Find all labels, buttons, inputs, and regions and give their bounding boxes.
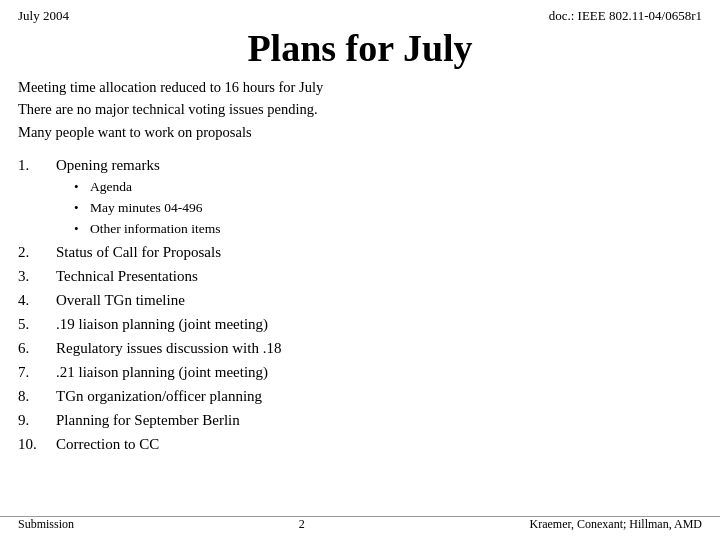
sub-list-item: • Other information items (74, 219, 702, 240)
intro-text: Meeting time allocation reduced to 16 ho… (0, 76, 720, 143)
list-text-5: .19 liaison planning (joint meeting) (56, 312, 702, 336)
sub-list-item: • May minutes 04-496 (74, 198, 702, 219)
list-num-8: 8. (18, 384, 56, 408)
footer: Submission 2 Kraemer, Conexant; Hillman,… (0, 516, 720, 532)
intro-line3: Many people want to work on proposals (18, 121, 702, 143)
list-text-1: Opening remarks • Agenda • May minutes 0… (56, 153, 702, 240)
footer-page: 2 (299, 517, 305, 532)
list-item: 10. Correction to CC (18, 432, 702, 456)
list-item: 1. Opening remarks • Agenda • May minute… (18, 153, 702, 240)
list-text-7: .21 liaison planning (joint meeting) (56, 360, 702, 384)
list-item: 2. Status of Call for Proposals (18, 240, 702, 264)
list-text-6: Regulatory issues discussion with .18 (56, 336, 702, 360)
list-num-6: 6. (18, 336, 56, 360)
list-text-3: Technical Presentations (56, 264, 702, 288)
list-text-8: TGn organization/officer planning (56, 384, 702, 408)
header-doc: doc.: IEEE 802.11-04/0658r1 (549, 8, 702, 24)
list-item: 6. Regulatory issues discussion with .18 (18, 336, 702, 360)
list-num-4: 4. (18, 288, 56, 312)
list-text-10: Correction to CC (56, 432, 702, 456)
list-num-9: 9. (18, 408, 56, 432)
list-num-3: 3. (18, 264, 56, 288)
header-date: July 2004 (18, 8, 69, 24)
footer-authors: Kraemer, Conexant; Hillman, AMD (530, 517, 702, 532)
list-item: 9. Planning for September Berlin (18, 408, 702, 432)
sub-list-item: • Agenda (74, 177, 702, 198)
bullet-icon: • (74, 198, 90, 218)
list-text-9: Planning for September Berlin (56, 408, 702, 432)
bullet-icon: • (74, 177, 90, 197)
list-text-4: Overall TGn timeline (56, 288, 702, 312)
list-item: 5. .19 liaison planning (joint meeting) (18, 312, 702, 336)
intro-line1: Meeting time allocation reduced to 16 ho… (18, 76, 702, 98)
list-text-2: Status of Call for Proposals (56, 240, 702, 264)
slide-title: Plans for July (0, 26, 720, 70)
sub-list-1: • Agenda • May minutes 04-496 • Other in… (56, 177, 702, 240)
list-num-5: 5. (18, 312, 56, 336)
intro-line2: There are no major technical voting issu… (18, 98, 702, 120)
list-item: 8. TGn organization/officer planning (18, 384, 702, 408)
list-num-2: 2. (18, 240, 56, 264)
list-num-7: 7. (18, 360, 56, 384)
header: July 2004 doc.: IEEE 802.11-04/0658r1 (0, 0, 720, 24)
list-num-10: 10. (18, 432, 56, 456)
agenda-list: 1. Opening remarks • Agenda • May minute… (0, 153, 720, 456)
bullet-icon: • (74, 219, 90, 239)
list-num-1: 1. (18, 153, 56, 177)
list-item: 3. Technical Presentations (18, 264, 702, 288)
slide: July 2004 doc.: IEEE 802.11-04/0658r1 Pl… (0, 0, 720, 540)
list-item: 7. .21 liaison planning (joint meeting) (18, 360, 702, 384)
footer-submission: Submission (18, 517, 74, 532)
list-item: 4. Overall TGn timeline (18, 288, 702, 312)
